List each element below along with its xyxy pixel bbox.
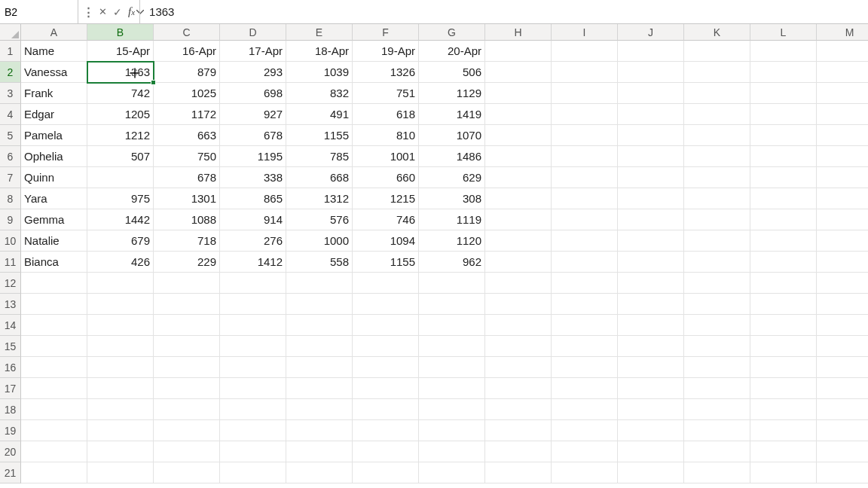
cell-I5[interactable]	[552, 125, 618, 146]
cell-L11[interactable]	[750, 252, 817, 273]
cell-G17[interactable]	[419, 378, 485, 399]
cancel-icon[interactable]: ✕	[99, 6, 107, 17]
cell-K6[interactable]	[684, 146, 750, 167]
cell-H21[interactable]	[485, 462, 552, 483]
row-header-2[interactable]: 2	[0, 62, 21, 83]
cell-E14[interactable]	[286, 315, 353, 336]
cell-J20[interactable]	[618, 441, 684, 462]
cell-J16[interactable]	[618, 357, 684, 378]
cell-K17[interactable]	[684, 378, 750, 399]
cell-J17[interactable]	[618, 378, 684, 399]
cell-F16[interactable]	[353, 357, 419, 378]
cell-G4[interactable]: 1419	[419, 104, 485, 125]
cell-C3[interactable]: 1025	[154, 83, 220, 104]
cell-I6[interactable]	[552, 146, 618, 167]
cell-G2[interactable]: 506	[419, 62, 485, 83]
row-header-13[interactable]: 13	[0, 294, 21, 315]
cell-H11[interactable]	[485, 252, 552, 273]
column-header-H[interactable]: H	[485, 24, 552, 41]
cell-G18[interactable]	[419, 399, 485, 420]
cell-J13[interactable]	[618, 294, 684, 315]
cell-D15[interactable]	[220, 336, 286, 357]
cell-D4[interactable]: 927	[220, 104, 286, 125]
cell-G1[interactable]: 20-Apr	[419, 41, 485, 62]
cell-D1[interactable]: 17-Apr	[220, 41, 286, 62]
cell-K1[interactable]	[684, 41, 750, 62]
cell-M17[interactable]	[817, 378, 868, 399]
cell-F2[interactable]: 1326	[353, 62, 419, 83]
cell-J2[interactable]	[618, 62, 684, 83]
row-header-20[interactable]: 20	[0, 441, 21, 462]
row-header-5[interactable]: 5	[0, 125, 21, 146]
cell-F20[interactable]	[353, 441, 419, 462]
cell-B13[interactable]	[87, 294, 154, 315]
cell-J10[interactable]	[618, 230, 684, 252]
cell-H1[interactable]	[485, 41, 552, 62]
cell-B6[interactable]: 507	[87, 146, 154, 167]
cell-E16[interactable]	[286, 357, 353, 378]
row-header-4[interactable]: 4	[0, 104, 21, 125]
cell-F8[interactable]: 1215	[353, 188, 419, 209]
cell-C10[interactable]: 718	[154, 230, 220, 252]
cell-A13[interactable]	[21, 294, 87, 315]
cell-B2[interactable]: 1363	[87, 62, 154, 83]
cell-B5[interactable]: 1212	[87, 125, 154, 146]
cell-M13[interactable]	[817, 294, 868, 315]
cell-L18[interactable]	[750, 399, 817, 420]
cell-H8[interactable]	[485, 188, 552, 209]
row-header-9[interactable]: 9	[0, 209, 21, 230]
cell-L2[interactable]	[750, 62, 817, 83]
cell-A12[interactable]	[21, 273, 87, 294]
cell-C6[interactable]: 750	[154, 146, 220, 167]
cell-L14[interactable]	[750, 315, 817, 336]
cell-H10[interactable]	[485, 230, 552, 252]
cell-E12[interactable]	[286, 273, 353, 294]
cell-D21[interactable]	[220, 462, 286, 483]
row-header-18[interactable]: 18	[0, 399, 21, 420]
cell-F11[interactable]: 1155	[353, 252, 419, 273]
cell-G21[interactable]	[419, 462, 485, 483]
cell-E9[interactable]: 576	[286, 209, 353, 230]
cell-K8[interactable]	[684, 188, 750, 209]
row-header-14[interactable]: 14	[0, 315, 21, 336]
cell-E8[interactable]: 1312	[286, 188, 353, 209]
cell-D5[interactable]: 678	[220, 125, 286, 146]
cell-C21[interactable]	[154, 462, 220, 483]
column-header-M[interactable]: M	[817, 24, 868, 41]
cell-D16[interactable]	[220, 357, 286, 378]
cell-D14[interactable]	[220, 315, 286, 336]
cell-B20[interactable]	[87, 441, 154, 462]
cell-K11[interactable]	[684, 252, 750, 273]
cell-C16[interactable]	[154, 357, 220, 378]
cell-G19[interactable]	[419, 420, 485, 441]
cell-K5[interactable]	[684, 125, 750, 146]
cell-M7[interactable]	[817, 167, 868, 188]
fx-icon[interactable]: fx	[128, 5, 135, 18]
cell-C18[interactable]	[154, 399, 220, 420]
cell-A2[interactable]: Vanessa	[21, 62, 87, 83]
cell-J18[interactable]	[618, 399, 684, 420]
cell-G15[interactable]	[419, 336, 485, 357]
column-header-D[interactable]: D	[220, 24, 286, 41]
cell-D17[interactable]	[220, 378, 286, 399]
cell-I14[interactable]	[552, 315, 618, 336]
cell-A20[interactable]	[21, 441, 87, 462]
cell-F12[interactable]	[353, 273, 419, 294]
cell-M11[interactable]	[817, 252, 868, 273]
cell-L3[interactable]	[750, 83, 817, 104]
cell-C5[interactable]: 663	[154, 125, 220, 146]
cell-M1[interactable]	[817, 41, 868, 62]
cell-L8[interactable]	[750, 188, 817, 209]
cell-C19[interactable]	[154, 420, 220, 441]
name-box[interactable]	[0, 0, 78, 23]
cell-M19[interactable]	[817, 420, 868, 441]
column-header-A[interactable]: A	[21, 24, 87, 41]
cell-E2[interactable]: 1039	[286, 62, 353, 83]
cell-G10[interactable]: 1120	[419, 230, 485, 252]
cell-D9[interactable]: 914	[220, 209, 286, 230]
cell-B1[interactable]: 15-Apr	[87, 41, 154, 62]
cell-J19[interactable]	[618, 420, 684, 441]
cell-M4[interactable]	[817, 104, 868, 125]
cell-J6[interactable]	[618, 146, 684, 167]
cell-A16[interactable]	[21, 357, 87, 378]
